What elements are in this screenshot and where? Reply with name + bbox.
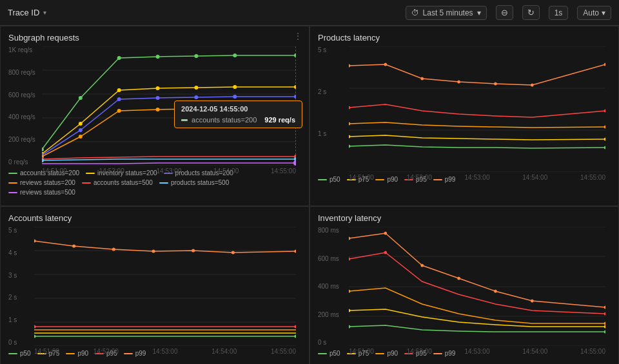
y-0s: 0 s — [8, 339, 17, 346]
legend-p50: p50 — [318, 350, 340, 357]
svg-point-74 — [34, 335, 36, 338]
legend-reviews-500: reviews status=500 — [8, 189, 75, 196]
x-label-1453: 14:53:00 — [157, 168, 182, 175]
svg-point-17 — [194, 86, 198, 90]
trace-id-dropdown-arrow[interactable]: ▾ — [43, 9, 46, 16]
subgraph-chart-svg — [42, 46, 296, 166]
auto-selector[interactable]: Auto ▾ — [577, 6, 611, 20]
svg-point-38 — [293, 160, 296, 166]
legend-products-500: products status=500 — [159, 179, 229, 186]
x-label-1454: 14:54:00 — [213, 168, 239, 175]
legend-products-500-label: products status=500 — [171, 179, 229, 186]
auto-label: Auto — [583, 8, 599, 17]
y-0s: 0 s — [318, 339, 339, 346]
y-1s: 1 s — [8, 316, 17, 323]
clock-icon: ⏱ — [411, 8, 419, 17]
x-1453: 14:53:00 — [153, 348, 178, 355]
svg-point-6 — [42, 148, 44, 151]
svg-point-18 — [233, 85, 237, 89]
svg-point-70 — [231, 251, 235, 254]
legend-reviews-500-label: reviews status=500 — [20, 189, 75, 196]
legend-p50-dot — [8, 353, 17, 354]
svg-point-53 — [349, 122, 350, 126]
y-label-2s: 2 s — [318, 88, 326, 95]
x-1453: 14:53:00 — [465, 348, 490, 355]
x-1454: 14:54:00 — [522, 174, 547, 181]
time-range-arrow: ▾ — [477, 8, 481, 17]
accounts-chart-container: 5 s 4 s 3 s 2 s 1 s 0 s — [34, 227, 296, 346]
svg-point-58 — [604, 146, 605, 149]
products-chart-container: 5 s 2 s 1 s — [349, 46, 605, 172]
svg-point-48 — [494, 82, 497, 86]
svg-point-47 — [457, 81, 460, 84]
svg-point-69 — [192, 249, 195, 253]
topbar-left: Trace ID ▾ — [8, 8, 46, 17]
auto-arrow: ▾ — [602, 8, 605, 17]
svg-point-44 — [349, 64, 350, 68]
svg-point-56 — [604, 138, 605, 141]
main-grid: Subgraph requests ⋮ 1K req/s 800 req/s 6… — [0, 26, 619, 364]
svg-point-21 — [79, 128, 83, 132]
x-1455: 14:55:00 — [580, 348, 605, 355]
svg-point-15 — [117, 88, 121, 92]
svg-point-8 — [117, 56, 121, 60]
products-y-axis: 5 s 2 s 1 s — [318, 46, 326, 172]
svg-point-93 — [349, 309, 350, 312]
legend-p50-dot — [318, 179, 327, 180]
subgraph-chart-container: 1K req/s 800 req/s 600 req/s 400 req/s 2… — [42, 46, 296, 166]
legend-p50-dot — [318, 353, 327, 354]
trace-id-label: Trace ID — [8, 8, 39, 17]
svg-point-54 — [604, 126, 605, 129]
x-label-1455: 14:55:00 — [271, 168, 296, 175]
accounts-chart-svg — [34, 227, 296, 346]
products-chart-svg — [349, 46, 605, 172]
svg-point-14 — [79, 122, 83, 126]
x-1454: 14:54:00 — [211, 348, 237, 355]
svg-point-24 — [194, 95, 198, 99]
inventory-x-axis: 14:51:00 14:52:00 14:53:00 14:54:00 14:5… — [349, 348, 605, 355]
svg-point-96 — [604, 330, 605, 334]
x-1452: 14:52:00 — [93, 348, 119, 355]
subgraph-requests-menu-button[interactable]: ⋮ — [293, 32, 302, 41]
inventory-latency-title: Inventory latency — [318, 213, 611, 223]
svg-point-29 — [117, 109, 121, 113]
svg-point-71 — [294, 250, 296, 253]
x-1452: 14:52:00 — [407, 174, 432, 181]
svg-point-52 — [604, 110, 605, 113]
time-range-selector[interactable]: ⏱ Last 5 minutes ▾ — [406, 6, 487, 20]
legend-p50: p50 — [8, 350, 31, 357]
svg-point-86 — [531, 300, 534, 303]
inventory-y-axis: 800 ms 600 ms 400 ms 200 ms 0 s — [318, 227, 339, 346]
svg-point-16 — [156, 86, 160, 90]
y-label-1k: 1K req/s — [8, 46, 35, 53]
accounts-y-axis: 5 s 4 s 3 s 2 s 1 s 0 s — [8, 227, 17, 346]
svg-point-83 — [420, 264, 424, 267]
svg-point-85 — [494, 290, 497, 293]
zoom-out-button[interactable]: ⊖ — [496, 5, 513, 20]
svg-point-45 — [384, 63, 387, 66]
legend-reviews-200-dot — [8, 182, 17, 184]
legend-p50-label: p50 — [20, 350, 31, 357]
y-label-400: 400 req/s — [8, 113, 35, 120]
svg-point-66 — [72, 245, 75, 248]
legend-p50-label: p50 — [329, 176, 340, 183]
y-label-1s: 1 s — [318, 130, 326, 137]
x-1453: 14:53:00 — [465, 174, 490, 181]
y-label-5s: 5 s — [318, 46, 326, 53]
svg-point-88 — [349, 258, 350, 261]
svg-point-94 — [604, 325, 605, 329]
refresh-button[interactable]: ↻ — [522, 5, 540, 20]
svg-point-81 — [349, 237, 350, 240]
svg-point-46 — [420, 77, 424, 81]
products-latency-panel: Products latency 5 s 2 s 1 s — [310, 26, 619, 206]
topbar: Trace ID ▾ ⏱ Last 5 minutes ▾ ⊖ ↻ 1s Aut… — [0, 0, 619, 26]
svg-point-95 — [349, 325, 350, 329]
x-label-1452: 14:52:00 — [99, 168, 124, 175]
legend-accounts-500-label: accounts status=500 — [93, 179, 153, 186]
svg-point-57 — [349, 145, 350, 148]
svg-point-31 — [194, 107, 198, 111]
y-200ms: 200 ms — [318, 311, 339, 318]
svg-point-32 — [233, 106, 237, 110]
legend-products-500-dot — [159, 182, 168, 184]
y-800ms: 800 ms — [318, 227, 339, 234]
